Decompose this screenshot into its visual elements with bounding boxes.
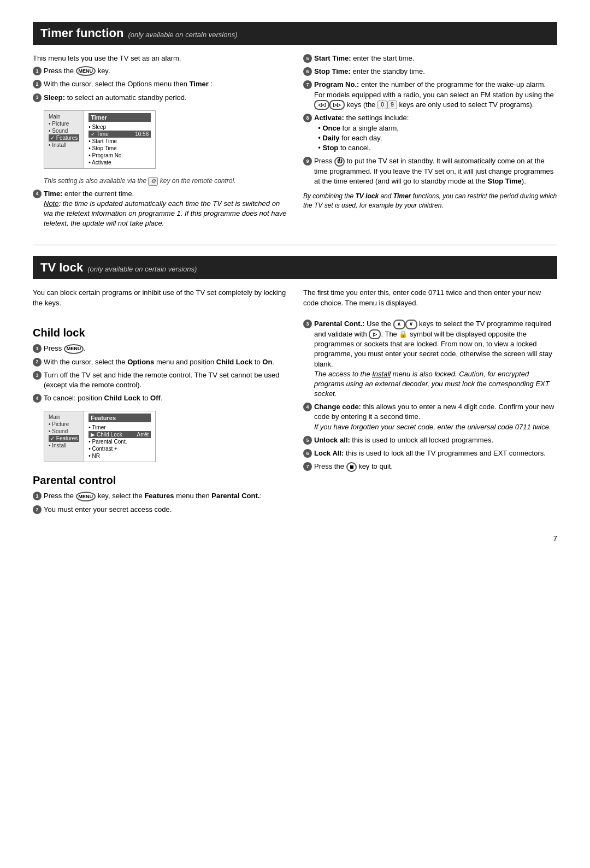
tvlock-intro: You can block certain programs or inhibi… (33, 288, 287, 309)
cl-menu-left: Main • Picture • Sound ✓ Features • Inst… (44, 411, 84, 462)
step-6-num: 6 (303, 67, 312, 76)
step-9-content: Press ⏻ to put the TV set in standby. It… (314, 156, 557, 186)
cl-menu-picture: • Picture (49, 421, 79, 428)
tvlock-step-7: 7 Press the ⏹ key to quit. (303, 462, 557, 472)
step-1-content: Press the MENU key. (44, 66, 287, 76)
timer-step-5: 5 Start Time: enter the start time. (303, 54, 557, 63)
tvlock-step-7-num: 7 (303, 462, 312, 471)
timer-intro: This menu lets you use the TV set as an … (33, 54, 287, 64)
cl-step-4-content: To cancel: position Child Lock to Off. (44, 393, 287, 403)
page-number: 7 (33, 534, 557, 542)
menu-sleep: • Sleep (88, 123, 151, 131)
timer-closing-note: By combining the TV lock and Timer funct… (303, 192, 557, 211)
cl-step-4-num: 4 (33, 394, 42, 403)
step-2-content: With the cursor, select the Options menu… (44, 79, 287, 89)
menu-right-panel: Timer • Sleep ✓ Time10:56 • Start Time •… (84, 111, 155, 168)
step-9-num: 9 (303, 157, 312, 166)
cl-menu-sound: • Sound (49, 428, 79, 435)
menu-item-picture: • Picture (49, 120, 79, 127)
menu-key-pc: MENU (76, 492, 96, 501)
tv-lock-section: TV lock (only available on certain versi… (33, 256, 557, 518)
menu-left-panel: Main • Picture • Sound ✓ Features • Inst… (44, 111, 84, 168)
tvlock-step-3-content: Parental Cont.: Use the ∧∨ keys to selec… (314, 319, 557, 399)
tvlock-step-4-content: Change code: this allows you to enter a … (314, 402, 557, 432)
pc-step-1-content: Press the MENU key, select the Features … (44, 491, 287, 501)
timer-title: Timer function (40, 26, 123, 40)
timer-step-4: 4 Time: enter the current time. Note: th… (33, 189, 287, 229)
up-key: ∧ (393, 320, 405, 329)
step-3-content: Sleep: to select an automatic standby pe… (44, 93, 287, 103)
step-8-num: 8 (303, 114, 312, 122)
cl-timer: • Timer (88, 424, 151, 431)
parental-step-2: 2 You must enter your secret access code… (33, 505, 287, 515)
cl-menu-features: ✓ Features (49, 435, 79, 442)
menu-activate: • Activate (88, 159, 151, 166)
timer-step-3: 3 Sleep: to select an automatic standby … (33, 93, 287, 103)
timer-two-col: This menu lets you use the TV set as an … (33, 54, 557, 232)
menu-time: ✓ Time10:56 (88, 131, 151, 138)
menu-stop-time: • Stop Time (88, 145, 151, 152)
pc-step-2-content: You must enter your secret access code. (44, 505, 287, 515)
tvlock-section-header: TV lock (only available on certain versi… (33, 256, 557, 279)
step-1-num: 1 (33, 67, 42, 75)
menu-right-title: Timer (88, 113, 151, 122)
ffwd-key: ▷▷ (329, 100, 345, 110)
step-7-content: Program No.: enter the number of the pro… (314, 80, 557, 110)
child-lock-step-2: 2 With the cursor, select the Options me… (33, 357, 287, 367)
step-5-content: Start Time: enter the start time. (314, 54, 557, 63)
timer-step-9: 9 Press ⏻ to put the TV set in standby. … (303, 156, 557, 186)
cl-step-3-num: 3 (33, 371, 42, 380)
cl-step-3-content: Turn off the TV set and hide the remote … (44, 370, 287, 390)
cl-step-2-num: 2 (33, 358, 42, 367)
parental-step-1: 1 Press the MENU key, select the Feature… (33, 491, 287, 501)
menu-item-sound: • Sound (49, 127, 79, 134)
cl-menu-main: Main (49, 414, 79, 421)
timer-step-1: 1 Press the MENU key. (33, 66, 287, 76)
right-key: ▷ (369, 329, 381, 339)
nine-key: 9 (387, 101, 397, 109)
tvlock-step-7-content: Press the ⏹ key to quit. (314, 462, 557, 472)
cl-step-1-num: 1 (33, 344, 42, 353)
menu-key-1: MENU (76, 66, 96, 76)
tvlock-step-4: 4 Change code: this allows you to enter … (303, 402, 557, 432)
child-lock-step-1: 1 Press MENU. (33, 344, 287, 354)
child-lock-title: Child lock (33, 327, 287, 339)
section-divider-1 (33, 245, 557, 245)
pc-step-2-num: 2 (33, 505, 42, 514)
step-4-num: 4 (33, 190, 42, 198)
step-4-content: Time: enter the current time. Note: the … (44, 189, 287, 229)
tvlock-step-5-content: Unlock all: this is used to unlock all l… (314, 435, 557, 445)
step-8-content: Activate: the settings include: • Once f… (314, 113, 557, 153)
menu-item-install: • Install (49, 141, 79, 149)
tvlock-step-6-content: Lock All: this is used to lock all the T… (314, 448, 557, 458)
tvlock-right-col: The first time you enter this, enter cod… (303, 288, 557, 518)
timer-left-col: This menu lets you use the TV set as an … (33, 54, 287, 232)
rewind-key: ◁◁ (314, 100, 329, 110)
cl-parental: • Parental Cont. (88, 438, 151, 445)
menu-start-time: • Start Time (88, 138, 151, 145)
tvlock-step-6-num: 6 (303, 449, 312, 458)
step-7-num: 7 (303, 80, 312, 89)
timer-italic-note: This setting is also available via the ⚙… (44, 176, 287, 186)
cl-nr: • NR (88, 452, 151, 459)
timer-step-8: 8 Activate: the settings include: • Once… (303, 113, 557, 153)
tvlock-step-6: 6 Lock All: this is used to lock all the… (303, 448, 557, 458)
standby-key: ⏻ (334, 157, 345, 167)
child-lock-step-4: 4 To cancel: position Child Lock to Off. (33, 393, 287, 403)
menu-item-features: ✓ Features (49, 134, 79, 141)
timer-right-col: 5 Start Time: enter the start time. 6 St… (303, 54, 557, 232)
cl-child-lock: ▶ Child LockArrêt (88, 431, 151, 438)
step-6-content: Stop Time: enter the standby time. (314, 67, 557, 76)
tvlock-two-col: You can block certain programs or inhibi… (33, 288, 557, 518)
child-lock-step-3: 3 Turn off the TV set and hide the remot… (33, 370, 287, 390)
menu-key-cl: MENU (64, 344, 84, 354)
timer-function-section: Timer function (only available on certai… (33, 22, 557, 232)
timer-step-7: 7 Program No.: enter the number of the p… (303, 80, 557, 110)
step-5-num: 5 (303, 54, 312, 63)
tvlock-step-3-num: 3 (303, 320, 312, 328)
tvlock-step-5-num: 5 (303, 436, 312, 445)
step-3-num: 3 (33, 93, 42, 102)
tvlock-right-intro: The first time you enter this, enter cod… (303, 288, 557, 309)
cl-contrast: • Contrast + (88, 445, 151, 452)
menu-item-main: Main (49, 113, 79, 120)
